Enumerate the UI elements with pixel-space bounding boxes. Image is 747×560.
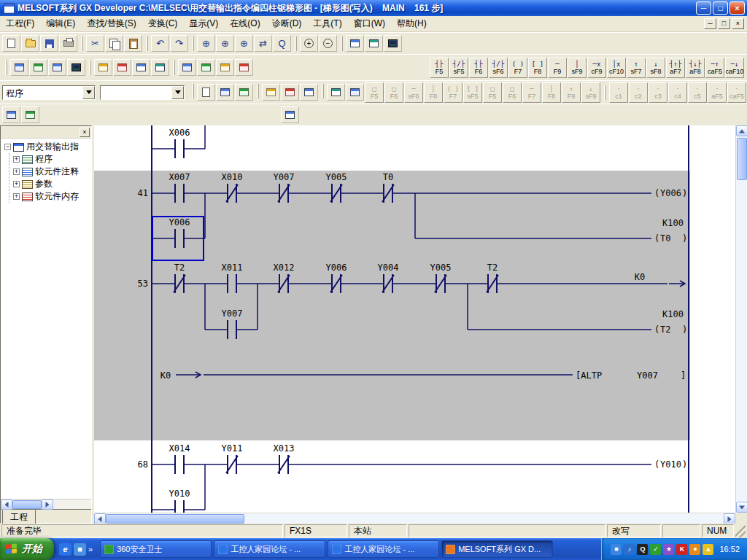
statement-button[interactable] bbox=[151, 59, 169, 76]
monitor-mode-button[interactable] bbox=[67, 59, 85, 76]
tree-hscroll-thumb[interactable] bbox=[12, 500, 42, 509]
update-icon[interactable]: ● bbox=[689, 544, 700, 555]
start-button[interactable]: 开始 bbox=[0, 538, 54, 560]
find-contact-button[interactable]: ⊕ bbox=[216, 35, 234, 52]
scroll-left-icon[interactable] bbox=[94, 513, 106, 524]
ladder-symbol-view-button[interactable] bbox=[216, 84, 234, 101]
device-test-button[interactable] bbox=[197, 59, 215, 76]
note-button[interactable] bbox=[178, 59, 196, 76]
ladder-canvas[interactable]: X006X007X010Y007Y005T0Y006T2X011X012Y006… bbox=[94, 125, 735, 513]
safety-icon[interactable]: ✓ bbox=[650, 544, 661, 555]
ladder-symbol-sF9-button[interactable]: │sF9 bbox=[568, 58, 587, 78]
ladder-symbol-cF10-button[interactable]: │xcF10 bbox=[607, 58, 626, 78]
close-button[interactable]: × bbox=[729, 1, 745, 15]
minimize-button[interactable]: ─ bbox=[696, 1, 711, 15]
ladder-symbol-cF9-button[interactable]: ─xcF9 bbox=[587, 58, 606, 78]
tree-hscrollbar[interactable] bbox=[1, 499, 91, 509]
paste-button[interactable] bbox=[124, 35, 142, 52]
ladder-symbol-caF10-button[interactable]: ─↓caF10 bbox=[725, 58, 744, 78]
find-device-button[interactable]: ⊕ bbox=[197, 35, 215, 52]
ladder-hscrollbar[interactable] bbox=[94, 513, 735, 524]
save-project-button[interactable] bbox=[40, 35, 58, 52]
scroll-right-icon[interactable] bbox=[42, 499, 53, 510]
tree-item[interactable]: +程序 bbox=[11, 153, 91, 166]
device-comment-button[interactable] bbox=[132, 59, 150, 76]
cut-button[interactable]: ✂ bbox=[86, 35, 104, 52]
ladder-coil-label[interactable]: Y010 bbox=[660, 459, 681, 470]
ladder-vscroll-thumb[interactable] bbox=[737, 138, 747, 180]
scroll-right-icon[interactable] bbox=[724, 513, 735, 524]
mdi-restore-button[interactable]: □ bbox=[718, 18, 730, 29]
monitor-window-button[interactable] bbox=[384, 35, 402, 52]
ladder-symbol-F8-button[interactable]: [ ]F8 bbox=[528, 58, 547, 78]
menu-item[interactable]: 查找/替换(S) bbox=[81, 15, 142, 32]
menu-item[interactable]: 工具(T) bbox=[307, 15, 347, 32]
menu-item[interactable]: 显示(V) bbox=[183, 15, 224, 32]
print-button[interactable] bbox=[59, 35, 77, 52]
ladder-symbol-F9-button[interactable]: ─F9 bbox=[548, 58, 567, 78]
ladder-logic-test-button[interactable] bbox=[216, 59, 234, 76]
scroll-down-icon[interactable] bbox=[736, 502, 747, 513]
zoom-out-button[interactable]: − bbox=[319, 35, 337, 52]
taskbar-task-button[interactable]: MELSOFT系列 GX D... bbox=[441, 540, 553, 558]
expand-icon[interactable]: + bbox=[13, 193, 20, 200]
sampling-trace-button[interactable] bbox=[235, 59, 253, 76]
open-project-button[interactable] bbox=[21, 35, 39, 52]
ladder-coil-label[interactable]: T0 bbox=[660, 233, 670, 244]
menu-item[interactable]: 帮助(H) bbox=[391, 15, 433, 32]
restore-button[interactable]: □ bbox=[713, 1, 728, 15]
collapse-icon[interactable]: − bbox=[4, 144, 11, 150]
new-project-button[interactable] bbox=[2, 35, 20, 52]
menu-item[interactable]: 工程(F) bbox=[0, 15, 40, 32]
shield-icon[interactable]: ▲ bbox=[703, 544, 713, 555]
write-to-plc-button[interactable] bbox=[48, 59, 66, 76]
secondary-combobox[interactable] bbox=[100, 85, 185, 100]
ladder-vscrollbar[interactable] bbox=[735, 125, 747, 513]
ladder-symbol-sF6-button[interactable]: ┤/├sF6 bbox=[489, 58, 508, 78]
mdi-close-button[interactable]: × bbox=[732, 18, 744, 29]
sfc-mode-button[interactable] bbox=[21, 106, 39, 123]
menu-item[interactable]: 编辑(E) bbox=[40, 15, 81, 32]
antivirus-k-icon[interactable]: K bbox=[676, 544, 687, 555]
comment-edit-button[interactable] bbox=[235, 84, 253, 101]
project-data-list-button[interactable] bbox=[346, 35, 364, 52]
taskbar-task-button[interactable]: 工控人家园论坛 - ... bbox=[328, 540, 439, 558]
program-type-combobox[interactable]: 程序 bbox=[2, 85, 96, 100]
ladder-mode-button[interactable] bbox=[2, 106, 20, 123]
zoom-in-button[interactable]: + bbox=[300, 35, 318, 52]
ladder-coil-label[interactable]: T2 bbox=[660, 324, 670, 335]
ladder-symbol-caF5-button[interactable]: ─↑caF5 bbox=[705, 58, 724, 78]
copy-button[interactable] bbox=[105, 35, 123, 52]
expand-icon[interactable]: + bbox=[13, 168, 20, 175]
menu-item[interactable]: 窗口(W) bbox=[348, 15, 391, 32]
find-coil-button[interactable]: ⊕ bbox=[235, 35, 253, 52]
macro-edit-button[interactable] bbox=[327, 84, 345, 101]
tree-root-item[interactable]: − 用交替输出指 bbox=[2, 141, 91, 153]
cross-reference-button[interactable]: Q bbox=[273, 35, 291, 52]
volume-icon[interactable]: ♪ bbox=[624, 544, 635, 555]
taskbar-task-button[interactable]: 工控人家园论坛 - ... bbox=[214, 540, 325, 558]
mdi-minimize-button[interactable]: ─ bbox=[704, 18, 716, 29]
scroll-left-icon[interactable] bbox=[1, 499, 12, 510]
comment-display-button[interactable] bbox=[365, 35, 383, 52]
note-edit-button[interactable] bbox=[281, 84, 299, 101]
project-window-toggle-button[interactable] bbox=[281, 106, 299, 123]
chevron-icon[interactable] bbox=[88, 545, 93, 553]
ladder-coil-label[interactable]: Y006 bbox=[660, 188, 681, 198]
tree-item[interactable]: +参数 bbox=[11, 178, 91, 190]
close-tree-icon[interactable]: × bbox=[80, 128, 90, 137]
menu-item[interactable]: 变换(C) bbox=[142, 15, 184, 32]
read-from-plc-button[interactable] bbox=[29, 59, 47, 76]
redo-button[interactable]: ↷ bbox=[170, 35, 188, 52]
tree-item[interactable]: +软元件内存 bbox=[11, 190, 91, 203]
ladder-symbol-sF8-button[interactable]: ↓sF8 bbox=[646, 58, 665, 78]
label-edit-button[interactable] bbox=[346, 84, 364, 101]
program-check-button[interactable] bbox=[113, 59, 131, 76]
ladder-hscroll-thumb[interactable] bbox=[106, 514, 244, 524]
qq-icon[interactable]: Q bbox=[637, 544, 648, 555]
expand-icon[interactable]: + bbox=[13, 181, 20, 187]
ladder-symbol-sF5-button[interactable]: ┤/├sF5 bbox=[449, 58, 468, 78]
tree-item[interactable]: +软元件注释 bbox=[11, 166, 91, 178]
find-replace-button[interactable]: ⇄ bbox=[254, 35, 272, 52]
ladder-symbol-sF7-button[interactable]: ↑sF7 bbox=[627, 58, 646, 78]
